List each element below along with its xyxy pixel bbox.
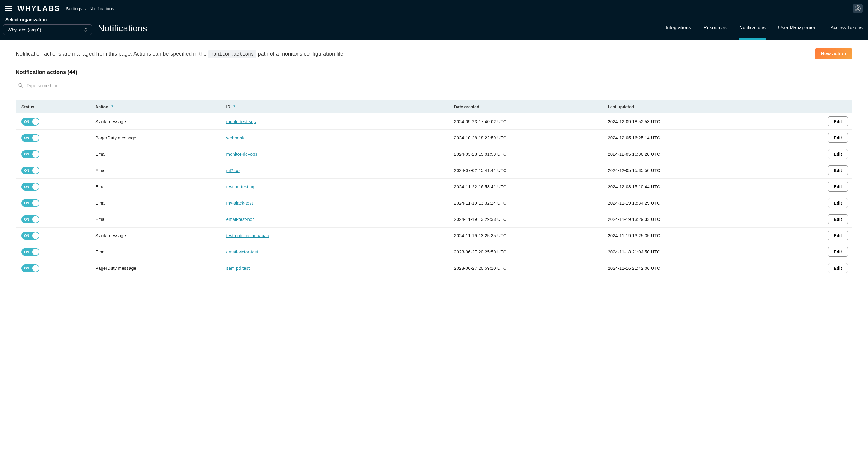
table-row: ON Email monitor-devops 2024-03-28 15:01…: [16, 146, 852, 162]
cell-updated: 2024-11-19 13:34:29 UTC: [602, 195, 796, 211]
breadcrumb: Settings / Notifications: [66, 6, 114, 11]
id-link[interactable]: email-victor-test: [226, 249, 258, 254]
org-select[interactable]: WhyLabs (org-0): [3, 24, 92, 35]
logo: WHYLABS: [18, 4, 60, 13]
table-row: ON Slack message test-notificationaaaaa …: [16, 227, 852, 244]
edit-button[interactable]: Edit: [828, 133, 848, 143]
cell-created: 2024-03-28 15:01:59 UTC: [448, 146, 602, 162]
toggle-on-label: ON: [24, 169, 29, 172]
tab-user-management[interactable]: User Management: [778, 17, 818, 39]
cell-updated: 2024-12-05 15:35:50 UTC: [602, 162, 796, 179]
svg-point-2: [19, 83, 22, 87]
edit-button[interactable]: Edit: [828, 116, 848, 126]
cell-updated: 2024-11-19 13:25:35 UTC: [602, 227, 796, 244]
status-toggle[interactable]: ON: [22, 248, 39, 256]
toggle-on-label: ON: [24, 250, 29, 254]
table-row: ON Email email-test-nor 2024-11-19 13:29…: [16, 211, 852, 227]
cell-action: Email: [90, 146, 221, 162]
status-toggle[interactable]: ON: [22, 183, 39, 191]
status-toggle[interactable]: ON: [22, 264, 39, 272]
status-toggle[interactable]: ON: [22, 216, 39, 223]
tab-integrations[interactable]: Integrations: [666, 17, 691, 39]
search-icon: [18, 83, 24, 88]
cell-created: 2024-10-28 18:22:59 UTC: [448, 130, 602, 146]
breadcrumb-current: Notifications: [90, 6, 114, 11]
col-status: Status: [16, 100, 90, 114]
cell-updated: 2024-12-05 16:25:14 UTC: [602, 130, 796, 146]
cell-action: Email: [90, 244, 221, 260]
toggle-on-label: ON: [24, 218, 29, 221]
tab-access-tokens[interactable]: Access Tokens: [831, 17, 863, 39]
cell-created: 2023-06-27 20:25:59 UTC: [448, 244, 602, 260]
id-link[interactable]: email-test-nor: [226, 217, 254, 222]
cell-action: Email: [90, 195, 221, 211]
table-row: ON Email jul2foo 2024-07-02 15:41:41 UTC…: [16, 162, 852, 179]
cell-created: 2024-11-22 16:53:41 UTC: [448, 179, 602, 195]
table-row: ON PagerDuty message webhook 2024-10-28 …: [16, 130, 852, 146]
edit-button[interactable]: Edit: [828, 149, 848, 159]
status-toggle[interactable]: ON: [22, 199, 39, 207]
toggle-on-label: ON: [24, 152, 29, 156]
id-link[interactable]: webhook: [226, 135, 244, 140]
svg-point-1: [857, 7, 859, 8]
col-edit: [796, 100, 852, 114]
id-link[interactable]: jul2foo: [226, 168, 240, 173]
cell-created: 2024-11-19 13:29:33 UTC: [448, 211, 602, 227]
search-wrapper: [16, 81, 96, 91]
notifications-table: Status Action ? ID ? Date created Last u…: [16, 100, 852, 276]
id-link[interactable]: test-notificationaaaaa: [226, 233, 270, 238]
table-row: ON PagerDuty message sam pd test 2023-06…: [16, 260, 852, 276]
new-action-button[interactable]: New action: [815, 48, 852, 59]
col-date-created: Date created: [448, 100, 602, 114]
status-toggle[interactable]: ON: [22, 134, 39, 142]
edit-button[interactable]: Edit: [828, 230, 848, 241]
col-last-updated: Last updated: [602, 100, 796, 114]
cell-updated: 2024-12-03 15:10:44 UTC: [602, 179, 796, 195]
toggle-on-label: ON: [24, 136, 29, 140]
tab-resources[interactable]: Resources: [704, 17, 726, 39]
cell-created: 2024-11-19 13:25:35 UTC: [448, 227, 602, 244]
id-link[interactable]: my-slack-test: [226, 200, 253, 205]
toggle-on-label: ON: [24, 266, 29, 270]
toggle-on-label: ON: [24, 185, 29, 189]
cell-updated: 2024-11-18 21:04:50 UTC: [602, 244, 796, 260]
help-id-icon[interactable]: ?: [233, 105, 236, 109]
id-link[interactable]: monitor-devops: [226, 151, 257, 157]
edit-button[interactable]: Edit: [828, 165, 848, 175]
id-link[interactable]: murilo-test-sqs: [226, 119, 256, 124]
edit-button[interactable]: Edit: [828, 247, 848, 257]
help-action-icon[interactable]: ?: [111, 105, 114, 109]
edit-button[interactable]: Edit: [828, 263, 848, 273]
table-row: ON Slack message murilo-test-sqs 2024-09…: [16, 113, 852, 130]
intro-text: Notification actions are managed from th…: [16, 51, 345, 57]
cell-action: Email: [90, 179, 221, 195]
app-header: WHYLABS Settings / Notifications Select …: [0, 0, 868, 39]
status-toggle[interactable]: ON: [22, 118, 39, 125]
cell-action: PagerDuty message: [90, 130, 221, 146]
hamburger-menu-icon[interactable]: [5, 6, 12, 11]
profile-icon[interactable]: [853, 4, 863, 13]
breadcrumb-settings[interactable]: Settings: [66, 6, 82, 11]
status-toggle[interactable]: ON: [22, 150, 39, 158]
cell-created: 2023-06-27 20:59:10 UTC: [448, 260, 602, 276]
cell-action: Email: [90, 211, 221, 227]
cell-created: 2024-09-23 17:40:02 UTC: [448, 113, 602, 130]
id-link[interactable]: sam pd test: [226, 265, 250, 271]
select-chevron-icon: [84, 28, 87, 32]
table-row: ON Email testing-testing 2024-11-22 16:5…: [16, 179, 852, 195]
cell-created: 2024-07-02 15:41:41 UTC: [448, 162, 602, 179]
search-input[interactable]: [27, 83, 94, 88]
table-row: ON Email email-victor-test 2023-06-27 20…: [16, 244, 852, 260]
cell-updated: 2024-12-09 18:52:53 UTC: [602, 113, 796, 130]
status-toggle[interactable]: ON: [22, 167, 39, 174]
edit-button[interactable]: Edit: [828, 182, 848, 192]
tab-notifications[interactable]: Notifications: [739, 17, 766, 39]
org-select-label: Select organization: [3, 17, 92, 22]
edit-button[interactable]: Edit: [828, 214, 848, 224]
id-link[interactable]: testing-testing: [226, 184, 254, 189]
code-path: monitor.actions: [208, 50, 256, 58]
edit-button[interactable]: Edit: [828, 198, 848, 208]
status-toggle[interactable]: ON: [22, 232, 39, 239]
cell-updated: 2024-11-19 13:29:33 UTC: [602, 211, 796, 227]
col-action: Action ?: [90, 100, 221, 114]
